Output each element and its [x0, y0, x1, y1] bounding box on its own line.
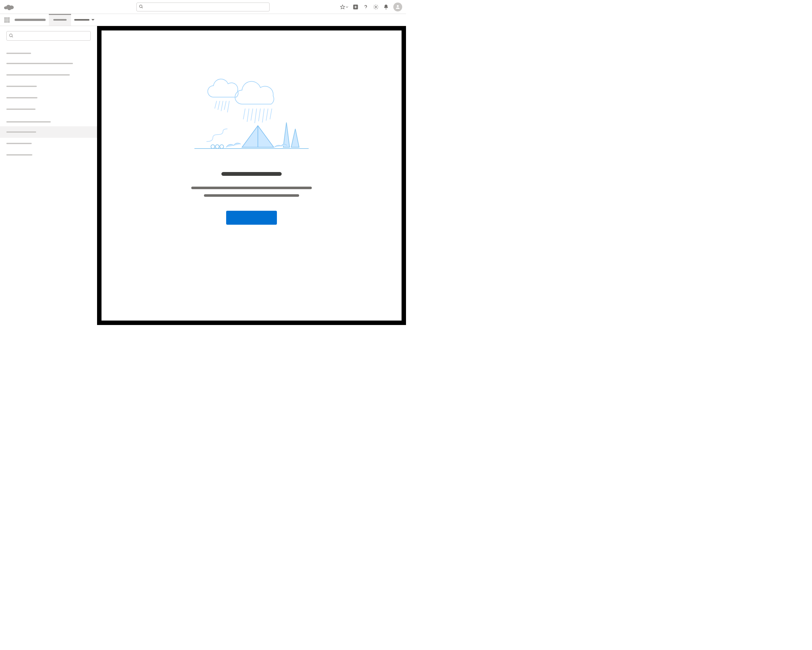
sidebar-item-label	[6, 109, 35, 110]
sidebar-section-header: Section	[0, 46, 97, 56]
user-avatar[interactable]	[393, 3, 402, 11]
global-search-input[interactable]	[136, 3, 270, 11]
error-primary-button[interactable]	[226, 211, 277, 225]
sidebar-item-label	[6, 86, 37, 87]
sidebar-item-label	[6, 63, 73, 64]
sidebar-search-input[interactable]	[6, 31, 91, 41]
sidebar-item[interactable]	[0, 149, 97, 161]
sidebar-item-label	[6, 143, 32, 144]
error-message-line2	[204, 194, 299, 197]
svg-point-4	[140, 5, 142, 7]
sidebar-item-label	[6, 74, 70, 75]
sidebar-item-label	[6, 154, 32, 156]
svg-point-13	[397, 5, 399, 7]
main-area	[97, 26, 406, 325]
main-content	[102, 31, 401, 321]
chevron-down-icon	[92, 19, 95, 21]
svg-line-17	[218, 101, 220, 110]
svg-line-20	[227, 101, 229, 112]
svg-line-21	[243, 109, 245, 119]
nav-dropdown[interactable]: Object Manager	[71, 14, 98, 26]
app-name: Setup	[15, 14, 46, 26]
svg-line-25	[258, 109, 260, 121]
help-icon[interactable]	[363, 4, 369, 10]
error-card	[169, 78, 334, 226]
svg-point-11	[375, 6, 377, 8]
sidebar-list	[0, 56, 97, 115]
svg-line-23	[251, 109, 253, 121]
svg-line-27	[266, 109, 268, 121]
sidebar-item-label	[6, 132, 36, 133]
sidebar-search-wrap	[0, 31, 97, 46]
sidebar-item[interactable]	[0, 81, 97, 92]
setup-sidebar: SectionSection	[0, 26, 97, 325]
sidebar-item[interactable]	[0, 92, 97, 104]
notifications-bell-icon[interactable]	[383, 4, 389, 10]
svg-line-22	[247, 109, 249, 122]
search-icon	[9, 33, 14, 38]
sidebar-list	[0, 124, 97, 161]
setup-gear-icon[interactable]	[373, 4, 379, 10]
nav-bar: Setup Home Object Manager	[0, 14, 406, 26]
error-message-line1	[191, 187, 312, 189]
nav-dropdown-label: Object Manager	[74, 19, 89, 21]
svg-line-16	[215, 101, 217, 109]
camping-rain-illustration	[194, 78, 308, 151]
nav-tab-label: Home	[53, 19, 67, 21]
error-title	[221, 172, 282, 176]
salesforce-logo	[4, 3, 14, 11]
svg-point-32	[220, 145, 224, 148]
sidebar-item-label	[6, 97, 37, 98]
search-icon	[139, 5, 143, 9]
svg-line-19	[224, 101, 226, 110]
sidebar-item[interactable]	[0, 58, 97, 69]
global-search	[136, 3, 270, 11]
sidebar-section-header-label: Section	[6, 53, 31, 54]
sidebar-item[interactable]	[0, 126, 97, 138]
header-actions	[340, 3, 402, 11]
svg-line-28	[270, 109, 272, 119]
app-name-label: Setup	[15, 19, 46, 21]
svg-line-5	[142, 7, 143, 8]
favorites-icon[interactable]	[340, 5, 348, 9]
sidebar-item[interactable]	[0, 104, 97, 115]
svg-point-14	[9, 34, 12, 37]
sidebar-section-header: Section	[0, 115, 97, 124]
svg-point-12	[386, 8, 387, 9]
sidebar-item[interactable]	[0, 138, 97, 149]
global-header	[0, 0, 406, 14]
svg-line-18	[221, 101, 223, 111]
global-add-icon[interactable]	[353, 4, 359, 10]
sidebar-item[interactable]	[0, 69, 97, 81]
svg-marker-6	[340, 5, 345, 9]
svg-point-30	[211, 145, 215, 148]
svg-line-15	[12, 36, 13, 37]
svg-line-26	[262, 109, 264, 122]
body: SectionSection	[0, 26, 406, 325]
nav-tab-home[interactable]: Home	[49, 14, 71, 26]
app-launcher-icon[interactable]	[4, 14, 10, 26]
sidebar-section-header-label: Section	[6, 121, 51, 122]
svg-point-3	[7, 7, 11, 10]
svg-line-24	[255, 109, 256, 123]
svg-point-31	[215, 145, 219, 148]
svg-point-10	[365, 8, 366, 9]
